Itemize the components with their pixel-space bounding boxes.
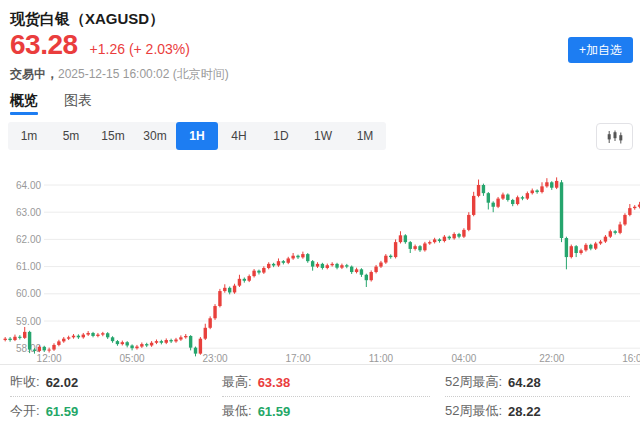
stat-low: 最低: 61.59 xyxy=(222,396,430,425)
svg-text:62.00: 62.00 xyxy=(16,234,41,245)
svg-text:63.00: 63.00 xyxy=(16,207,41,218)
active-tab-indicator xyxy=(10,112,38,115)
svg-text:22:00: 22:00 xyxy=(539,353,564,364)
timeframe-button-30m[interactable]: 30m xyxy=(134,122,176,150)
timeframe-button-1M[interactable]: 1M xyxy=(344,122,386,150)
svg-text:23:00: 23:00 xyxy=(203,353,228,364)
svg-text:11:00: 11:00 xyxy=(369,353,394,364)
stats-column-3: 52周最高: 64.28 52周最低: 28.22 xyxy=(445,368,630,425)
candlestick-icon xyxy=(606,130,624,144)
svg-text:17:00: 17:00 xyxy=(285,353,310,364)
last-price: 63.28 xyxy=(10,31,78,59)
stat-open: 今开: 61.59 xyxy=(10,396,210,425)
timeframe-button-1H[interactable]: 1H xyxy=(176,122,218,150)
timeframe-button-1D[interactable]: 1D xyxy=(260,122,302,150)
svg-text:05:00: 05:00 xyxy=(120,353,145,364)
svg-text:61.00: 61.00 xyxy=(16,261,41,272)
price-change: +1.26 (+ 2.03%) xyxy=(90,41,190,59)
timeframe-button-1m[interactable]: 1m xyxy=(8,122,50,150)
tab-chart[interactable]: 图表 xyxy=(64,92,92,116)
price-row: 63.28 +1.26 (+ 2.03%) xyxy=(10,31,190,59)
timeframe-toolbar: 1m5m15m30m1H4H1D1W1M xyxy=(8,122,386,150)
candlestick-chart[interactable]: 64.0063.0062.0061.0060.0059.0058.0012:00… xyxy=(0,160,640,366)
svg-text:60.00: 60.00 xyxy=(16,288,41,299)
quote-timestamp: 2025-12-15 16:00:02 (北京时间) xyxy=(58,67,229,81)
svg-text:12:00: 12:00 xyxy=(37,353,62,364)
svg-text:04:00: 04:00 xyxy=(451,353,476,364)
market-status-row: 交易中，2025-12-15 16:00:02 (北京时间) xyxy=(10,66,229,83)
svg-text:16:00: 16:00 xyxy=(622,353,640,364)
stats-column-1: 昨收: 62.02 今开: 61.59 xyxy=(10,368,210,425)
timeframe-button-5m[interactable]: 5m xyxy=(50,122,92,150)
svg-text:59.00: 59.00 xyxy=(16,316,41,327)
stat-52w-high: 52周最高: 64.28 xyxy=(445,368,630,396)
chart-style-button[interactable] xyxy=(596,123,633,150)
stats-column-2: 最高: 63.38 最低: 61.59 xyxy=(222,368,430,425)
market-status: 交易中， xyxy=(10,67,58,81)
svg-text:64.00: 64.00 xyxy=(16,180,41,191)
stats-footer: 昨收: 62.02 今开: 61.59 最高: 63.38 最低: 61.59 … xyxy=(0,368,640,425)
timeframe-button-1W[interactable]: 1W xyxy=(302,122,344,150)
quote-page: 现货白银（XAGUSD） 63.28 +1.26 (+ 2.03%) 交易中，2… xyxy=(0,0,640,425)
stat-52w-low: 52周最低: 28.22 xyxy=(445,396,630,425)
timeframe-button-15m[interactable]: 15m xyxy=(92,122,134,150)
stat-prev-close: 昨收: 62.02 xyxy=(10,368,210,396)
stat-high: 最高: 63.38 xyxy=(222,368,430,396)
page-title: 现货白银（XAGUSD） xyxy=(10,10,164,29)
add-watchlist-button[interactable]: +加自选 xyxy=(568,37,633,63)
timeframe-button-4H[interactable]: 4H xyxy=(218,122,260,150)
